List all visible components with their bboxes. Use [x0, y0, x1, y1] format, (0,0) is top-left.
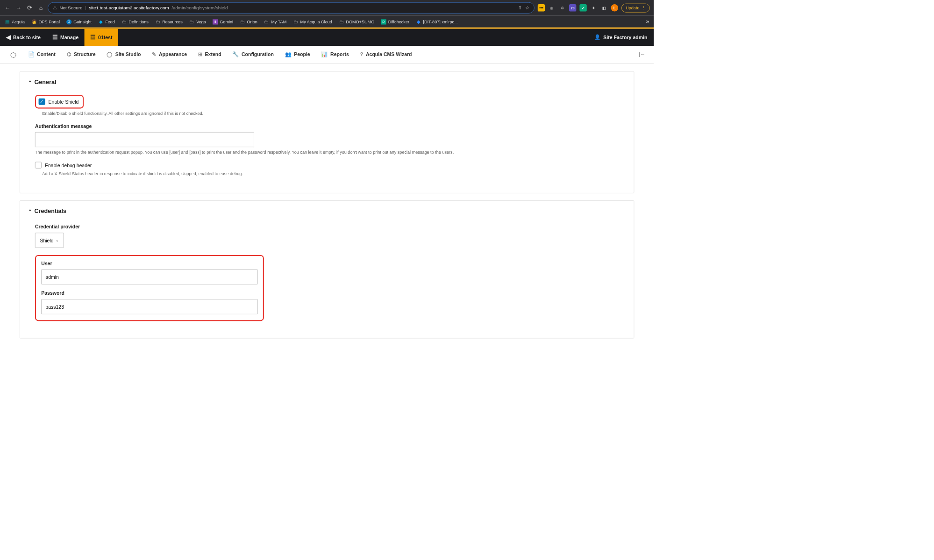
- browser-back-button[interactable]: ←: [4, 4, 11, 11]
- url-bar[interactable]: ⚠ Not Secure | site1.test-acquiatam2.acs…: [48, 2, 535, 14]
- ext-icon-green[interactable]: ✓: [579, 4, 586, 11]
- bookmark-feed[interactable]: ◆Feed: [98, 19, 115, 24]
- bookmarks-bar: ▤Acquia 👩OPS Portal GGainsight ◆Feed 🗀De…: [0, 16, 654, 28]
- admin-configuration[interactable]: 🔧Configuration: [227, 46, 279, 63]
- bookmark-orion[interactable]: 🗀Orion: [240, 19, 257, 24]
- panel-credentials: ⌃ Credentials Credential provider Shield…: [20, 200, 634, 338]
- debug-header-label: Enable debug header: [45, 163, 92, 168]
- not-secure-label: Not Secure: [59, 5, 82, 10]
- bookmark-ops-portal[interactable]: 👩OPS Portal: [31, 19, 60, 24]
- admin-content[interactable]: 📄Content: [22, 46, 61, 63]
- bookmark-definitions[interactable]: 🗀Definitions: [121, 19, 149, 24]
- browser-home-button[interactable]: ⌂: [37, 4, 44, 11]
- bookmark-diffchecker[interactable]: DDiffchecker: [381, 19, 409, 24]
- not-secure-icon: ⚠: [53, 5, 57, 10]
- chevron-down-icon: ⌄: [56, 238, 59, 243]
- panel-general: ⌃ General ✓ Enable Shield Enable/Disable…: [20, 71, 634, 193]
- credential-provider-label: Credential provider: [35, 224, 626, 230]
- url-domain: site1.test-acquiatam2.acsitefactory.com: [89, 5, 169, 10]
- auth-message-input[interactable]: [35, 132, 254, 147]
- chevron-down-icon: ⌃: [28, 209, 32, 214]
- bookmark-myacquiacloud[interactable]: 🗀My Acquia Cloud: [293, 19, 332, 24]
- credential-provider-select[interactable]: Shield ⌄: [35, 233, 64, 248]
- panel-title-credentials: Credentials: [35, 208, 67, 215]
- user-input[interactable]: [41, 269, 257, 284]
- enable-shield-checkbox[interactable]: ✓: [39, 99, 45, 105]
- password-input[interactable]: [41, 299, 257, 314]
- enable-shield-desc: Enable/Disable shield functionality. All…: [42, 111, 626, 116]
- enable-shield-label: Enable Shield: [49, 99, 79, 105]
- manage-button[interactable]: ☰Manage: [47, 29, 85, 46]
- chevron-down-icon: ⌃: [28, 79, 32, 85]
- ext-icon-1[interactable]: •••: [538, 4, 545, 11]
- sidepanel-icon[interactable]: ◧: [600, 4, 607, 11]
- user-label: User: [41, 261, 257, 266]
- bookmark-overflow[interactable]: »: [646, 18, 649, 25]
- share-icon[interactable]: ⇪: [518, 5, 522, 10]
- browser-reload-button[interactable]: ⟳: [26, 4, 33, 11]
- admin-acquia-wizard[interactable]: ?Acquia CMS Wizard: [355, 46, 417, 63]
- debug-header-desc: Add a X-Shield-Status header in response…: [42, 171, 626, 176]
- bookmark-gemini[interactable]: ⅡGemini: [213, 19, 233, 24]
- bookmark-resources[interactable]: 🗀Resources: [155, 19, 183, 24]
- user-menu[interactable]: 👤Site Factory admin: [588, 35, 654, 41]
- admin-appearance[interactable]: ✎Appearance: [147, 46, 192, 63]
- bookmark-domo-sumo[interactable]: 🗀DOMO+SUMO: [339, 19, 374, 24]
- panel-header-credentials[interactable]: ⌃ Credentials: [28, 208, 626, 215]
- star-icon[interactable]: ☆: [525, 5, 529, 10]
- bookmark-gainsight[interactable]: GGainsight: [66, 19, 92, 24]
- ext-icon-camera[interactable]: ◉: [548, 4, 555, 11]
- admin-menu: ◌ 📄Content ⌬Structure ◯Site Studio ✎Appe…: [0, 46, 654, 64]
- collapse-toolbar-icon[interactable]: |←: [635, 51, 649, 57]
- update-button[interactable]: Update⋮: [621, 3, 650, 12]
- bookmark-vega[interactable]: 🗀Vega: [189, 19, 206, 24]
- profile-avatar[interactable]: L: [611, 4, 618, 11]
- admin-reports[interactable]: 📊Reports: [316, 46, 354, 63]
- back-to-site-button[interactable]: ◀Back to site: [0, 29, 47, 46]
- site-tab[interactable]: ☲01test: [85, 29, 118, 46]
- auth-message-label: Authentication message: [35, 123, 626, 129]
- extensions-icon[interactable]: ✦: [590, 4, 597, 11]
- admin-home-icon[interactable]: ◌: [5, 46, 22, 63]
- browser-forward-button[interactable]: →: [15, 4, 22, 11]
- auth-message-desc: The message to print in the authenticati…: [35, 150, 626, 155]
- url-path: /admin/config/system/shield: [171, 5, 228, 10]
- admin-site-studio[interactable]: ◯Site Studio: [101, 46, 146, 63]
- drupal-toolbar: ◀Back to site ☰Manage ☲01test 👤Site Fact…: [0, 29, 654, 46]
- admin-people[interactable]: 👥People: [279, 46, 315, 63]
- admin-extend[interactable]: ⊞Extend: [193, 46, 227, 63]
- panel-title-general: General: [35, 79, 57, 86]
- admin-structure[interactable]: ⌬Structure: [61, 46, 100, 63]
- ext-icon-recycle[interactable]: ♻: [559, 4, 566, 11]
- bookmark-dit897[interactable]: ◆[DIT-897] xmlrpc...: [416, 19, 458, 24]
- password-label: Password: [41, 291, 257, 296]
- bookmark-mytam[interactable]: 🗀My TAM: [264, 19, 286, 24]
- panel-header-general[interactable]: ⌃ General: [28, 79, 626, 86]
- ext-badge-23[interactable]: 23: [569, 4, 576, 11]
- browser-chrome: ← → ⟳ ⌂ ⚠ Not Secure | site1.test-acquia…: [0, 0, 654, 16]
- bookmark-acquia[interactable]: ▤Acquia: [5, 19, 25, 24]
- debug-header-checkbox[interactable]: [35, 162, 42, 169]
